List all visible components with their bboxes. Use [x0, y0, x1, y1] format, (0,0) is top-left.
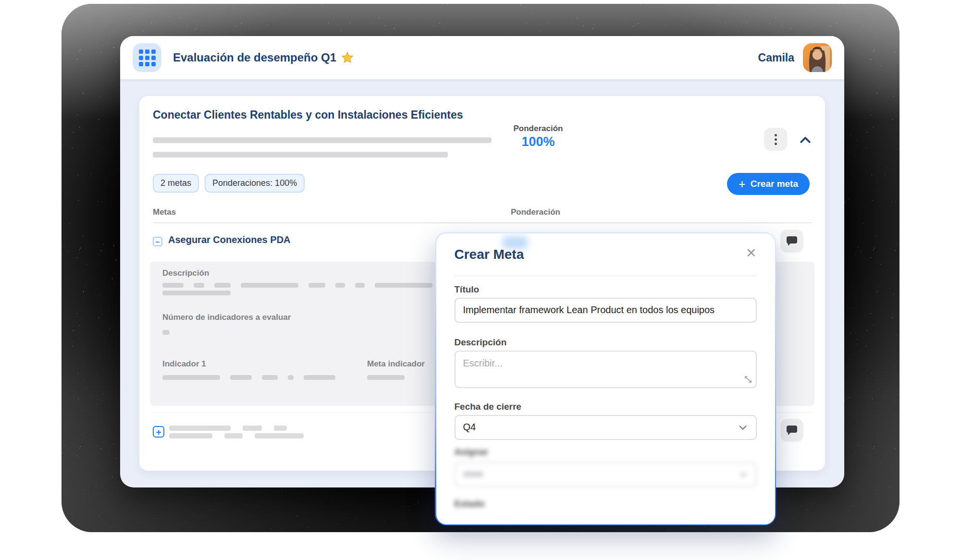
fecha-cierre-value: Q4: [463, 422, 476, 433]
skeleton-bar: [162, 291, 231, 295]
skeleton-bar: [214, 283, 231, 288]
create-goal-label: Crear meta: [751, 179, 798, 189]
skeleton-bar: [243, 426, 262, 431]
topbar: Evaluación de desempeño Q1 Camila: [120, 36, 844, 79]
comment-icon: [786, 236, 798, 246]
estado-label: Estado: [455, 499, 757, 509]
blurred-fields: Asignar Estado: [436, 447, 775, 523]
plus-icon: +: [156, 427, 161, 437]
skeleton-bar: [355, 283, 365, 288]
fecha-cierre-select[interactable]: Q4: [455, 415, 757, 440]
avatar[interactable]: [803, 43, 832, 72]
topbar-user: Camila: [758, 43, 832, 72]
skeleton-bar: [169, 426, 231, 431]
skeleton-bar: [308, 283, 325, 288]
skeleton-bar: [153, 152, 448, 158]
skeleton-bar: [162, 375, 220, 380]
skeleton-row: [162, 375, 335, 380]
column-header-goals: Metas: [153, 207, 176, 217]
skeleton-bar: [367, 375, 405, 380]
chevron-up-icon: [798, 133, 813, 147]
grid-icon: [139, 49, 156, 66]
star-icon: [341, 51, 354, 64]
objective-title: Conectar Clientes Rentables y con Instal…: [153, 109, 499, 122]
create-goal-modal: Crear Meta ✕ Título Descripción Fecha de…: [435, 232, 776, 525]
titulo-label: Título: [455, 284, 480, 295]
descripcion-label: Descripción: [455, 337, 507, 348]
kebab-icon: [775, 134, 777, 136]
collapse-objective-button[interactable]: [796, 131, 815, 150]
objective-weight: Ponderación 100%: [497, 124, 579, 149]
chevron-down-icon: [738, 422, 748, 433]
descripcion-field: [455, 351, 757, 388]
skeleton-bar: [335, 283, 345, 288]
skeleton-bar: [230, 375, 252, 380]
description-label: Descripción: [162, 268, 209, 278]
skeleton-bar: [194, 283, 204, 288]
skeleton-bar: [153, 137, 492, 143]
table-divider: [153, 222, 812, 223]
meta-indicator-label: Meta indicador: [367, 359, 425, 369]
page-title-text: Evaluación de desempeño Q1: [173, 51, 336, 64]
skeleton-bar: [162, 330, 170, 335]
comment-icon: [786, 425, 798, 436]
indicators-count-label: Número de indicadores a evaluar: [162, 313, 291, 322]
skeleton-bar: [255, 433, 304, 438]
user-name: Camila: [758, 51, 794, 64]
goal-comment-button[interactable]: [780, 419, 803, 442]
weight-label: Ponderación: [497, 124, 579, 134]
skeleton-bar: [162, 283, 184, 288]
skeleton-bar: [262, 375, 278, 380]
modal-divider: [455, 276, 757, 276]
skeleton-bar: [274, 426, 287, 431]
kebab-icon: [775, 143, 777, 145]
close-icon[interactable]: ✕: [746, 247, 757, 260]
collapse-goal-button[interactable]: −: [153, 237, 162, 246]
modal-body: Crear Meta ✕ Título Descripción Fecha de…: [436, 233, 775, 524]
asignar-value-placeholder: [463, 472, 483, 477]
goal-comment-button[interactable]: [780, 230, 803, 253]
expand-goal-button[interactable]: +: [153, 426, 164, 438]
asignar-label: Asignar: [455, 447, 757, 457]
skeleton-bar: [288, 375, 294, 380]
asignar-select[interactable]: [455, 462, 757, 487]
page: Evaluación de desempeño Q1 Camila: [0, 0, 961, 560]
skeleton-bar: [224, 433, 243, 438]
modal-title: Crear Meta: [455, 247, 524, 262]
skeleton-bar: [169, 433, 212, 438]
titulo-input[interactable]: [455, 298, 757, 323]
skeleton-bar: [375, 283, 432, 288]
fecha-cierre-label: Fecha de cierre: [455, 402, 521, 412]
descripcion-textarea[interactable]: [455, 351, 757, 388]
minus-icon: −: [156, 238, 160, 245]
indicator-label: Indicador 1: [162, 359, 206, 369]
collapsed-goal-skeleton: [169, 426, 304, 441]
weight-value: 100%: [497, 134, 579, 149]
objective-menu-button[interactable]: [764, 128, 787, 151]
objective-badges: 2 metas Ponderaciones: 100%: [153, 174, 305, 193]
page-title: Evaluación de desempeño Q1: [173, 51, 354, 64]
column-header-weight: Ponderación: [511, 207, 560, 217]
goal-count-badge: 2 metas: [153, 174, 199, 193]
skeleton-bar: [304, 375, 335, 380]
goal-row-title: Asegurar Conexiones PDA: [168, 234, 291, 245]
kebab-icon: [775, 138, 777, 141]
skeleton-bar: [241, 283, 298, 288]
weights-badge: Ponderaciones: 100%: [205, 174, 305, 193]
resize-icon[interactable]: [744, 376, 752, 383]
create-goal-button[interactable]: + Crear meta: [727, 173, 810, 195]
plus-icon: +: [739, 178, 746, 190]
chevron-down-icon: [739, 470, 748, 479]
app-grid-button[interactable]: [133, 43, 161, 72]
